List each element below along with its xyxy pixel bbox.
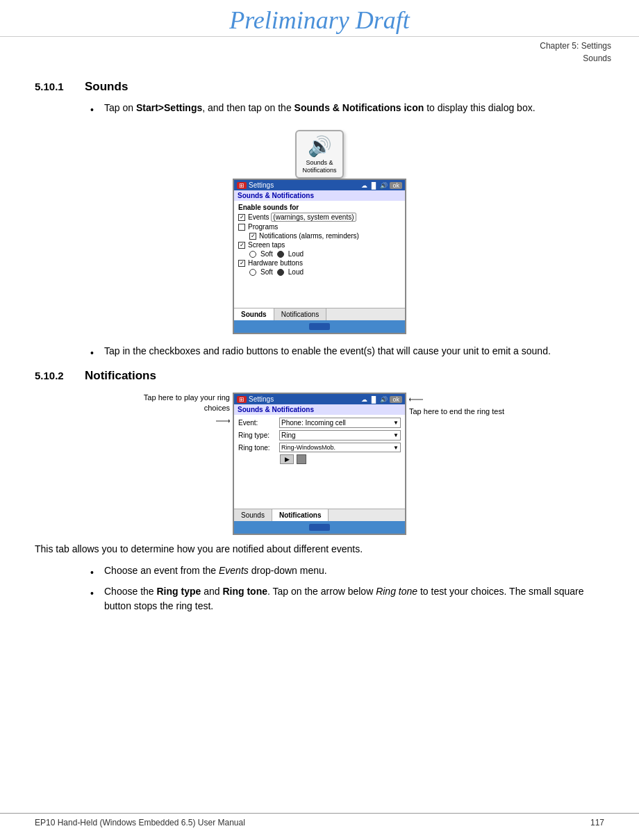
notif-phone-title: Settings xyxy=(249,395,274,403)
notif-titlebar-left: ⊞ Settings xyxy=(237,395,274,403)
programs-row: Programs xyxy=(238,223,401,231)
notif-antenna-icon: ☁ xyxy=(361,396,367,403)
footer-left: EP10 Hand-Held (Windows Embedded 6.5) Us… xyxy=(35,818,245,827)
section-5102-title: Notifications xyxy=(85,369,156,383)
events-row: Events (warnings, system events) xyxy=(238,213,401,222)
notif-volume-icon: 🔊 xyxy=(380,396,388,403)
notif-bullet-dot-1: • xyxy=(90,566,99,580)
annotation-right-text: Tap here to end the ring test xyxy=(409,406,504,417)
sounds-icon-label: Sounds &Notifications xyxy=(302,159,336,174)
chapter-info: Chapter 5: Settings Sounds xyxy=(0,37,639,66)
event-value: Phone: Incoming cell xyxy=(281,419,346,427)
hardware-row: Hardware buttons xyxy=(238,259,401,267)
page-title: Preliminary Draft xyxy=(0,0,639,37)
events-checkbox[interactable] xyxy=(238,214,245,221)
ring-tone-dropdown-arrow: ▼ xyxy=(393,445,399,451)
annotation-right: Tap here to end the ring test xyxy=(406,393,517,417)
notifications-screenshot-container: Tap here to play your ring choices ⊞ Set… xyxy=(35,393,604,535)
loud-radio[interactable] xyxy=(277,251,284,258)
event-dropdown[interactable]: Phone: Incoming cell ▼ xyxy=(279,418,401,428)
notifications-phone-screen: ⊞ Settings ☁ ▐▌ 🔊 ok Sounds & Notificati… xyxy=(233,393,406,535)
play-button[interactable]: ▶ xyxy=(280,454,294,464)
page-footer: EP10 Hand-Held (Windows Embedded 6.5) Us… xyxy=(0,813,639,827)
soft-radio-2[interactable] xyxy=(249,269,256,276)
hardware-checkbox[interactable] xyxy=(238,260,245,267)
notif-bullet-dot-2: • xyxy=(90,586,99,613)
event-row: Event: Phone: Incoming cell ▼ xyxy=(238,418,401,428)
titlebar-icons: ☁ ▐▌ 🔊 ok xyxy=(361,182,402,189)
soft-label: Soft xyxy=(260,250,273,258)
notif-ok-button[interactable]: ok xyxy=(390,396,402,403)
annotation-left: Tap here to play your ring choices xyxy=(122,393,233,428)
ring-tone-value: Ring-WindowsMob. xyxy=(281,444,335,451)
annotation-left-line xyxy=(160,414,230,428)
signal-icon: ▐▌ xyxy=(370,182,379,189)
event-dropdown-arrow: ▼ xyxy=(393,420,399,426)
phone-subheader: Sounds & Notifications xyxy=(234,190,405,201)
event-label: Event: xyxy=(238,419,276,427)
notif-bullet-2: • Choose the Ring type and Ring tone. Ta… xyxy=(90,584,604,613)
phone-tabs: Sounds Notifications xyxy=(234,308,405,320)
annotation-right-line xyxy=(409,393,479,406)
stop-button[interactable] xyxy=(297,454,306,464)
screen-taps-row: Screen taps xyxy=(238,241,401,249)
section-510-number: 5.10.1 xyxy=(35,81,76,92)
screen-taps-checkbox[interactable] xyxy=(238,242,245,249)
events-label: Events (warnings, system events) xyxy=(248,213,356,222)
main-content: 5.10.1 Sounds • Tap on Start>Settings, a… xyxy=(0,66,639,636)
ok-button[interactable]: ok xyxy=(390,182,402,189)
loud-radio-2[interactable] xyxy=(277,269,284,276)
playback-controls: ▶ xyxy=(280,454,401,464)
section-510-bullets: • Tap on Start>Settings, and then tap on… xyxy=(90,101,604,117)
volume-icon: 🔊 xyxy=(380,182,388,189)
notif-phone-body: Event: Phone: Incoming cell ▼ Ring type:… xyxy=(234,415,405,509)
notif-bullet-text-1: Choose an event from the Events drop-dow… xyxy=(104,563,604,580)
annotation-left-text: Tap here to play your ring choices xyxy=(122,393,230,414)
phone-titlebar: ⊞ Settings ☁ ▐▌ 🔊 ok xyxy=(234,180,405,190)
soft-loud-group-2: Soft Loud xyxy=(249,268,304,276)
ring-tone-dropdown[interactable]: Ring-WindowsMob. ▼ xyxy=(279,443,401,452)
notif-tab-notifications[interactable]: Notifications xyxy=(272,509,329,521)
section-5102-number: 5.10.2 xyxy=(35,370,76,381)
programs-checkbox[interactable] xyxy=(238,224,245,231)
svg-marker-1 xyxy=(229,419,230,423)
section-5102-bullets: • Choose an event from the Events drop-d… xyxy=(90,563,604,613)
notif-annotations-wrapper: Tap here to play your ring choices ⊞ Set… xyxy=(122,393,517,535)
hardware-label: Hardware buttons xyxy=(248,259,303,267)
notif-bullet-1: • Choose an event from the Events drop-d… xyxy=(90,563,604,580)
enable-label: Enable sounds for xyxy=(238,204,401,211)
titlebar-left: ⊞ Settings xyxy=(237,181,274,189)
ring-type-dropdown[interactable]: Ring ▼ xyxy=(279,430,401,440)
phone-title: Settings xyxy=(249,181,274,189)
notifications-checkbox[interactable] xyxy=(249,233,256,240)
bullet-dot-2: • xyxy=(90,346,99,361)
ring-type-value: Ring xyxy=(281,431,296,439)
windows-flag-icon: ⊞ xyxy=(237,182,247,189)
phone-keyboard xyxy=(234,320,405,333)
events-tag: (warnings, system events) xyxy=(271,213,356,222)
footer-right: 117 xyxy=(590,818,604,827)
notifications-para: This tab allows you to determine how you… xyxy=(35,542,604,557)
ring-tone-label: Ring tone: xyxy=(238,444,276,452)
screen-taps-radios: Soft Loud xyxy=(249,250,401,258)
tab-notifications[interactable]: Notifications xyxy=(274,308,326,320)
speaker-icon: 🔊 xyxy=(308,135,332,158)
notif-keyboard-icon xyxy=(309,524,330,531)
bullet-dot: • xyxy=(90,103,99,117)
loud-label-2: Loud xyxy=(288,268,304,276)
bullet-text-2: Tap in the checkboxes and radio buttons … xyxy=(104,344,604,361)
ring-type-dropdown-arrow: ▼ xyxy=(393,432,399,438)
loud-label: Loud xyxy=(288,250,304,258)
tab-sounds[interactable]: Sounds xyxy=(234,308,274,320)
svg-marker-3 xyxy=(409,397,410,402)
ring-type-label: Ring type: xyxy=(238,431,276,439)
ring-tone-row: Ring tone: Ring-WindowsMob. ▼ xyxy=(238,443,401,452)
keyboard-icon xyxy=(309,323,330,330)
notifications-row: Notifications (alarms, reminders) xyxy=(249,232,401,240)
notif-tab-sounds[interactable]: Sounds xyxy=(234,509,272,521)
soft-label-2: Soft xyxy=(260,268,273,276)
notif-bullet-text-2: Choose the Ring type and Ring tone. Tap … xyxy=(104,584,604,613)
notif-phone-keyboard xyxy=(234,521,405,534)
screen-taps-label: Screen taps xyxy=(248,241,285,249)
soft-radio[interactable] xyxy=(249,251,256,258)
